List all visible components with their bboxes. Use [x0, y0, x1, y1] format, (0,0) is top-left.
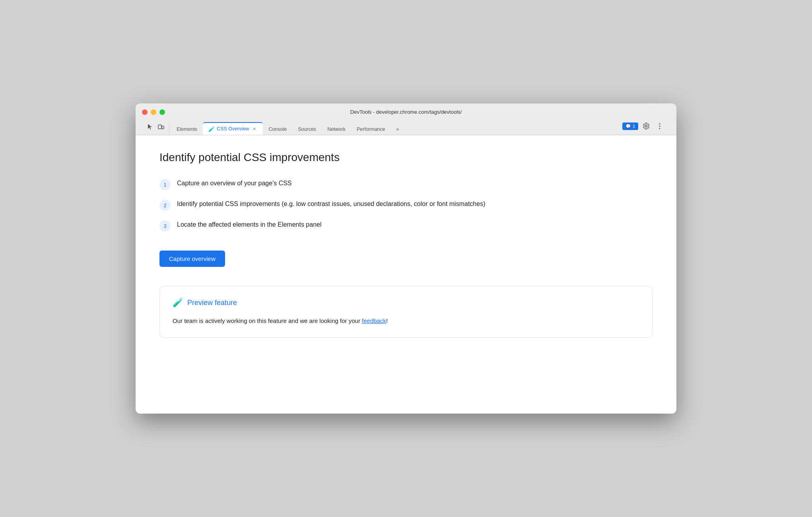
window-title: DevTools - developer.chrome.com/tags/dev…	[350, 109, 462, 115]
step-text-1: Capture an overview of your page's CSS	[177, 178, 292, 189]
select-element-icon[interactable]	[145, 122, 155, 132]
feedback-link[interactable]: feedback	[362, 317, 386, 324]
step-number-3: 3	[159, 220, 171, 231]
browser-window: DevTools - developer.chrome.com/tags/dev…	[136, 103, 676, 414]
svg-point-2	[659, 123, 660, 124]
traffic-lights	[142, 109, 165, 115]
device-toolbar-icon[interactable]	[156, 122, 166, 132]
preview-header: 🧪 Preview feature	[173, 297, 639, 308]
step-number-1: 1	[159, 179, 171, 190]
tab-css-overview[interactable]: 🧪 CSS Overview ✕	[203, 122, 263, 135]
svg-rect-1	[162, 126, 164, 129]
minimize-window-button[interactable]	[151, 109, 156, 115]
close-window-button[interactable]	[142, 109, 148, 115]
step-number-2: 2	[159, 200, 171, 211]
capture-overview-button[interactable]: Capture overview	[159, 251, 225, 267]
tab-close-button[interactable]: ✕	[251, 126, 257, 132]
svg-point-3	[659, 126, 660, 127]
step-text-2: Identify potential CSS improvements (e.g…	[177, 199, 485, 209]
tab-more[interactable]: »	[391, 124, 405, 135]
tab-network[interactable]: Network	[322, 124, 351, 135]
tab-performance[interactable]: Performance	[351, 124, 391, 135]
tab-console[interactable]: Console	[263, 124, 292, 135]
svg-point-4	[659, 128, 660, 129]
preview-feature-title: Preview feature	[187, 299, 237, 307]
chat-icon: 💬	[626, 124, 631, 129]
preview-feature-card: 🧪 Preview feature Our team is actively w…	[159, 286, 653, 338]
preview-feature-text: Our team is actively working on this fea…	[173, 316, 639, 326]
preview-flask-icon: 🧪	[173, 297, 183, 308]
devtools-content: Identify potential CSS improvements 1 Ca…	[136, 135, 676, 414]
more-options-button[interactable]	[654, 121, 665, 132]
maximize-window-button[interactable]	[159, 109, 165, 115]
tab-sources[interactable]: Sources	[292, 124, 322, 135]
tab-elements[interactable]: Elements	[171, 124, 203, 135]
flask-icon: 🧪	[208, 126, 215, 132]
devtools-tab-bar: Elements 🧪 CSS Overview ✕ Console Source…	[142, 119, 670, 135]
notifications-button[interactable]: 💬 1	[622, 122, 638, 130]
page-title: Identify potential CSS improvements	[159, 151, 653, 164]
step-text-3: Locate the affected elements in the Elem…	[177, 220, 322, 230]
title-bar: DevTools - developer.chrome.com/tags/dev…	[136, 103, 676, 135]
steps-list: 1 Capture an overview of your page's CSS…	[159, 178, 653, 231]
tab-right-icons: 💬 1	[618, 121, 670, 135]
settings-button[interactable]	[641, 121, 652, 132]
toolbar-icons	[142, 122, 169, 135]
step-item-3: 3 Locate the affected elements in the El…	[159, 220, 653, 231]
step-item-2: 2 Identify potential CSS improvements (e…	[159, 199, 653, 211]
svg-rect-0	[158, 125, 161, 129]
step-item-1: 1 Capture an overview of your page's CSS	[159, 178, 653, 190]
